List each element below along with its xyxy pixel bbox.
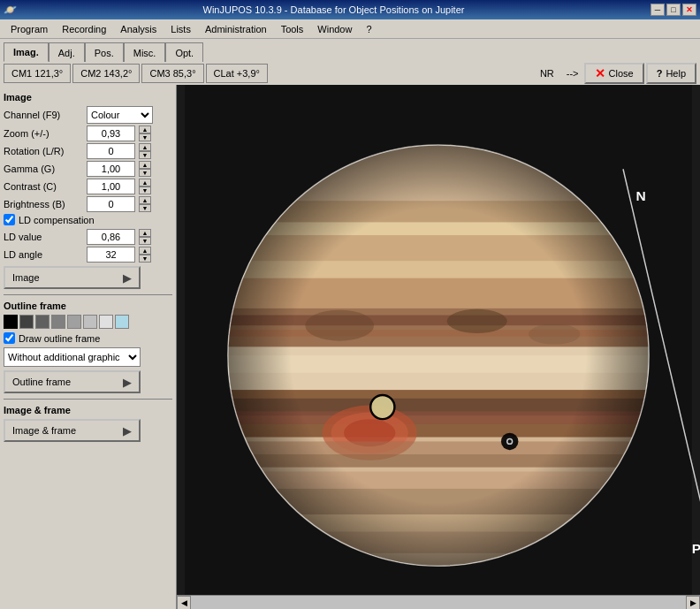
rotation-input[interactable] xyxy=(87,143,135,159)
north-label: N xyxy=(636,188,646,203)
svg-point-33 xyxy=(228,145,649,566)
close-window-button[interactable]: ✕ xyxy=(682,4,696,16)
gamma-row: Gamma (G) ▲ ▼ xyxy=(4,161,172,177)
ld-compensation-row: LD compensation xyxy=(4,214,172,225)
zoom-down[interactable]: ▼ xyxy=(139,133,151,141)
ld-angle-input[interactable] xyxy=(87,247,135,263)
cm1-cell: CM1 121,3° xyxy=(4,64,71,83)
image-frame-button-label: Image & frame xyxy=(12,425,76,436)
contrast-input[interactable] xyxy=(87,179,135,194)
contrast-spinner: ▲ ▼ xyxy=(139,179,151,194)
swatch-3[interactable] xyxy=(51,315,65,329)
gamma-up[interactable]: ▲ xyxy=(139,161,151,169)
ld-compensation-label: LD compensation xyxy=(19,215,95,225)
zoom-row: Zoom (+/-) ▲ ▼ xyxy=(4,126,172,141)
left-panel: ImageChannel (F9) ColourRedGreenBlue Zoo… xyxy=(0,85,177,609)
ld-value-label: LD value xyxy=(4,232,83,242)
nr-label: NR xyxy=(540,68,554,79)
minimize-button[interactable]: ─ xyxy=(651,4,665,16)
menu-item-administration[interactable]: Administration xyxy=(198,22,274,36)
ld-value-input[interactable] xyxy=(87,229,135,245)
graphic-dropdown[interactable]: Without additional graphicOption 2 xyxy=(4,347,141,367)
swatch-1[interactable] xyxy=(19,315,34,329)
image-button[interactable]: Image▶ xyxy=(4,266,141,289)
ld-value-down[interactable]: ▼ xyxy=(139,237,151,245)
ld-angle-up[interactable]: ▲ xyxy=(139,247,151,255)
header-area: Imag.Adj.Pos.Misc.Opt. CM1 121,3°CM2 143… xyxy=(0,39,700,85)
image-section-title: Image xyxy=(4,92,172,103)
swatch-7[interactable] xyxy=(115,315,129,329)
tab-imag[interactable]: Imag. xyxy=(4,42,49,62)
gamma-input[interactable] xyxy=(87,161,135,177)
contrast-up[interactable]: ▲ xyxy=(139,179,151,187)
image-frame-button-arrow: ▶ xyxy=(123,424,132,438)
gamma-down[interactable]: ▼ xyxy=(139,169,151,177)
contrast-row: Contrast (C) ▲ ▼ xyxy=(4,179,172,194)
graphic-dropdown-row: Without additional graphicOption 2 xyxy=(4,347,172,367)
ld-angle-spinner: ▲ ▼ xyxy=(139,247,151,263)
south-label: P xyxy=(692,541,700,556)
tab-opt[interactable]: Opt. xyxy=(165,42,203,62)
maximize-button[interactable]: □ xyxy=(666,4,681,16)
help-button[interactable]: ? Help xyxy=(646,63,696,84)
brightness-up[interactable]: ▲ xyxy=(139,196,151,204)
menu-item-program[interactable]: Program xyxy=(4,22,55,36)
outline-frame-button-arrow: ▶ xyxy=(123,376,132,389)
tab-misc[interactable]: Misc. xyxy=(124,42,166,62)
image-button-label: Image xyxy=(12,272,40,283)
ld-value-row: LD value ▲ ▼ xyxy=(4,229,172,245)
tab-adj[interactable]: Adj. xyxy=(49,42,85,62)
image-area: N P ◀ ▶ xyxy=(177,85,700,609)
cm3-cell: CM3 85,3° xyxy=(141,64,203,83)
zoom-up[interactable]: ▲ xyxy=(139,126,151,133)
channel-row: Channel (F9) ColourRedGreenBlue xyxy=(4,106,172,124)
swatch-6[interactable] xyxy=(99,315,113,329)
zoom-spinner: ▲ ▼ xyxy=(139,126,151,141)
scroll-track[interactable] xyxy=(191,596,686,610)
cm-info-row: CM1 121,3°CM2 143,2°CM3 85,3°CLat +3,9°N… xyxy=(0,62,700,85)
draw-outline-checkbox[interactable] xyxy=(4,332,15,344)
outline-frame-button-label: Outline frame xyxy=(12,377,71,387)
menu-item-analysis[interactable]: Analysis xyxy=(113,22,164,36)
cm2-cell: CM2 143,2° xyxy=(72,64,140,83)
menu-item-lists[interactable]: Lists xyxy=(164,22,198,36)
swatch-0[interactable] xyxy=(4,315,18,329)
clat-cell: CLat +3,9° xyxy=(206,64,268,83)
swatch-5[interactable] xyxy=(83,315,97,329)
zoom-input[interactable] xyxy=(87,126,135,141)
scroll-right-button[interactable]: ▶ xyxy=(686,596,700,610)
rotation-up[interactable]: ▲ xyxy=(139,143,151,151)
brightness-input[interactable] xyxy=(87,196,135,212)
ld-compensation-checkbox[interactable] xyxy=(4,214,15,225)
horizontal-scrollbar[interactable]: ◀ ▶ xyxy=(177,595,700,609)
image-button-arrow: ▶ xyxy=(123,271,132,285)
menu-item-help-menu[interactable]: ? xyxy=(359,22,378,36)
brightness-row: Brightness (B) ▲ ▼ xyxy=(4,196,172,212)
scroll-left-button[interactable]: ◀ xyxy=(177,596,191,610)
main-layout: ImageChannel (F9) ColourRedGreenBlue Zoo… xyxy=(0,85,700,609)
outline-frame-button[interactable]: Outline frame▶ xyxy=(4,370,141,393)
menu-item-tools[interactable]: Tools xyxy=(274,22,311,36)
image-frame-section-title: Image & frame xyxy=(4,405,172,415)
brightness-down[interactable]: ▼ xyxy=(139,204,151,212)
color-swatches xyxy=(4,315,172,329)
ld-angle-row: LD angle ▲ ▼ xyxy=(4,247,172,263)
ld-angle-down[interactable]: ▼ xyxy=(139,255,151,263)
swatch-2[interactable] xyxy=(35,315,49,329)
zoom-label: Zoom (+/-) xyxy=(4,128,83,139)
image-frame-button[interactable]: Image & frame▶ xyxy=(4,419,141,442)
tab-pos[interactable]: Pos. xyxy=(85,42,124,62)
channel-label: Channel (F9) xyxy=(4,110,83,120)
contrast-label: Contrast (C) xyxy=(4,181,83,192)
swatch-4[interactable] xyxy=(67,315,81,329)
brightness-label: Brightness (B) xyxy=(4,199,83,209)
menu-item-window[interactable]: Window xyxy=(310,22,359,36)
rotation-down[interactable]: ▼ xyxy=(139,151,151,159)
channel-select[interactable]: ColourRedGreenBlue xyxy=(87,106,153,124)
contrast-down[interactable]: ▼ xyxy=(139,187,151,194)
close-button[interactable]: ✕ Close xyxy=(584,63,644,84)
outline-frame-section-title: Outline frame xyxy=(4,301,172,311)
menu-item-recording[interactable]: Recording xyxy=(55,22,113,36)
titlebar: 🪐 WinJUPOS 10.3.9 - Database for Object … xyxy=(0,0,700,19)
ld-value-up[interactable]: ▲ xyxy=(139,229,151,237)
